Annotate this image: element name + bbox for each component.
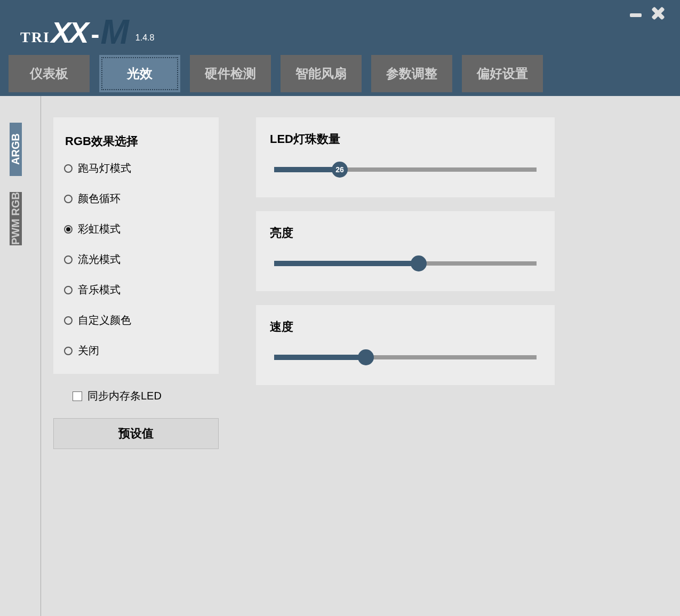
slider-speed: 速度 [256, 305, 555, 385]
title-bar: TRI XX - M 1.4.8 [0, 0, 680, 51]
radio-color-cycle[interactable]: 颜色循环 [64, 191, 208, 206]
radio-rainbow[interactable]: 彩虹模式 [64, 222, 208, 236]
radio-music[interactable]: 音乐模式 [64, 283, 208, 297]
radio-label-rainbow: 彩虹模式 [78, 222, 121, 236]
radio-marquee[interactable]: 跑马灯模式 [64, 161, 208, 175]
slider-led-count: LED灯珠数量 26 [256, 117, 555, 197]
radio-label-color-cycle: 颜色循环 [78, 191, 121, 206]
logo-text-xx: XX [51, 19, 87, 46]
slider-brightness-title: 亮度 [270, 225, 541, 241]
radio-icon-marquee [64, 164, 73, 173]
slider-speed-track[interactable] [274, 353, 537, 362]
sync-label: 同步内存条LED [87, 389, 162, 403]
radio-label-off: 关闭 [78, 343, 99, 358]
radio-label-music: 音乐模式 [78, 283, 121, 297]
rgb-effect-panel: RGB效果选择 跑马灯模式 颜色循环 彩虹模式 流光模式 [53, 117, 219, 374]
app-logo: TRI XX - M 1.4.8 [20, 19, 154, 46]
sync-checkbox-icon [73, 391, 82, 401]
radio-flow[interactable]: 流光模式 [64, 252, 208, 267]
slider-thumb-brightness[interactable] [411, 255, 427, 271]
preset-button[interactable]: 预设值 [53, 418, 219, 449]
tab-dashboard[interactable]: 仪表板 [9, 55, 90, 92]
radio-custom-color[interactable]: 自定义颜色 [64, 313, 208, 327]
side-tab-pwmrgb[interactable]: PWM RGB [10, 192, 22, 245]
radio-icon-music [64, 286, 73, 294]
slider-thumb-value: 26 [335, 165, 344, 174]
slider-thumb-led[interactable]: 26 [332, 162, 348, 178]
slider-thumb-speed[interactable] [358, 349, 374, 365]
app-version: 1.4.8 [135, 33, 155, 43]
logo-text-tri: TRI [20, 29, 50, 46]
radio-icon-color-cycle [64, 195, 73, 203]
radio-label-marquee: 跑马灯模式 [78, 161, 131, 175]
sync-memory-led[interactable]: 同步内存条LED [73, 389, 219, 403]
radio-label-custom-color: 自定义颜色 [78, 313, 131, 327]
logo-text-dash: - [91, 23, 100, 46]
radio-icon-off [64, 347, 73, 355]
radio-icon-flow [64, 255, 73, 264]
rgb-effect-title: RGB效果选择 [64, 133, 208, 149]
minimize-icon[interactable] [629, 5, 643, 19]
radio-label-flow: 流光模式 [78, 252, 121, 267]
radio-icon-custom-color [64, 316, 73, 325]
side-tabs: ARGB PWM RGB [10, 123, 41, 261]
logo-text-m: M [100, 19, 129, 46]
slider-led-count-title: LED灯珠数量 [270, 131, 541, 147]
tab-hardware[interactable]: 硬件检测 [190, 55, 271, 92]
side-tab-argb[interactable]: ARGB [10, 123, 22, 176]
tab-lighting[interactable]: 光效 [99, 55, 180, 92]
radio-icon-rainbow [64, 225, 73, 234]
main-tabs: 仪表板 光效 硬件检测 智能风扇 参数调整 偏好设置 [0, 51, 680, 96]
slider-brightness: 亮度 [256, 211, 555, 291]
slider-brightness-track[interactable] [274, 259, 537, 268]
slider-speed-title: 速度 [270, 319, 541, 335]
radio-off[interactable]: 关闭 [64, 343, 208, 358]
slider-led-count-track[interactable]: 26 [274, 165, 537, 174]
close-icon[interactable] [650, 5, 666, 21]
slider-fill [274, 167, 340, 172]
tab-fan[interactable]: 智能风扇 [281, 55, 362, 92]
side-divider [41, 96, 41, 616]
tab-preferences[interactable]: 偏好设置 [462, 55, 543, 92]
slider-fill [274, 355, 366, 360]
slider-fill [274, 261, 419, 266]
tab-tuning[interactable]: 参数调整 [371, 55, 452, 92]
